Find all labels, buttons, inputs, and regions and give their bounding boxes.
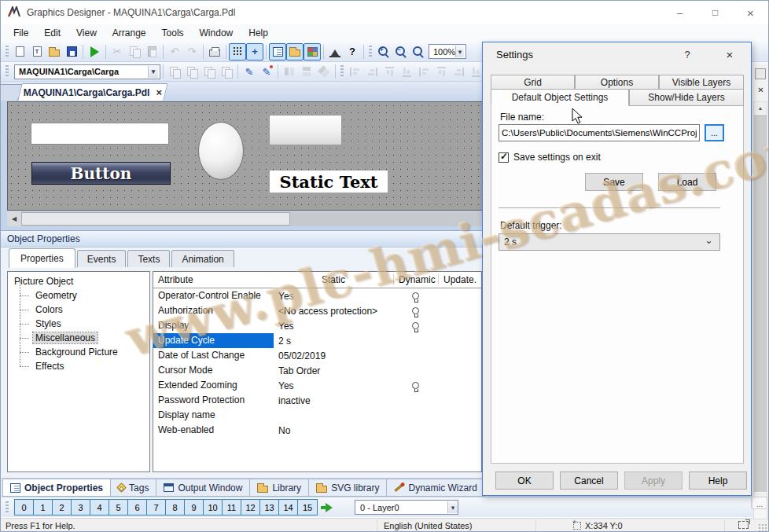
copy-properties-icon[interactable] (241, 63, 258, 80)
table-row[interactable]: Password Protection inactive (153, 393, 481, 408)
style-palette-icon[interactable] (286, 43, 304, 61)
scroll-up-icon[interactable] (754, 102, 767, 114)
new-from-template-icon[interactable] (28, 43, 46, 61)
dynamic-wizard-icon[interactable] (326, 43, 344, 61)
tab-properties[interactable]: Properties (9, 248, 75, 268)
cut-icon[interactable] (109, 43, 126, 61)
tab-grid[interactable]: Grid (491, 75, 575, 90)
layer-button[interactable]: 10 (204, 500, 223, 515)
flip-vertical-icon[interactable] (298, 63, 315, 80)
table-row[interactable]: Operator-Control Enable Yes (153, 288, 481, 303)
scrollbar-thumb[interactable] (754, 115, 767, 492)
tab-svg-library[interactable]: SVG library (309, 479, 387, 497)
bring-forward-icon[interactable] (201, 63, 218, 80)
run-icon[interactable] (86, 43, 103, 61)
dynamic-bulb-icon[interactable] (412, 382, 419, 389)
next-layer-icon[interactable] (326, 503, 333, 512)
help-button[interactable]: Help (689, 471, 747, 490)
tab-object-properties[interactable]: Object Properties (2, 479, 111, 497)
table-row[interactable]: Cursor Mode Tab Order (153, 363, 481, 378)
send-to-back-icon[interactable] (183, 63, 201, 80)
tree-item[interactable]: Miscellaneous (13, 331, 149, 345)
tab-default-object-settings[interactable]: Default Object Settings (491, 89, 629, 106)
layer-button[interactable]: 3 (72, 500, 90, 515)
layer-button[interactable]: 4 (90, 500, 109, 515)
layer-button[interactable]: 2 (53, 500, 72, 515)
dynamic-bulb-icon[interactable] (412, 322, 419, 329)
save-settings-checkbox[interactable]: ✓ (499, 152, 509, 163)
palette-close-icon[interactable] (755, 84, 767, 96)
toggle-snap-icon[interactable]: + (246, 43, 263, 61)
picture-combo[interactable]: MAQUINA1\Carga\Carga (14, 64, 160, 79)
close-button[interactable] (733, 1, 768, 24)
chevron-down-icon[interactable] (455, 46, 464, 57)
tab-visible-layers[interactable]: Visible Layers (659, 75, 744, 90)
send-backward-icon[interactable] (218, 63, 235, 80)
layer-button[interactable]: 8 (166, 500, 185, 515)
menu-item[interactable]: Window (192, 25, 241, 41)
center-vertical-icon[interactable] (432, 63, 450, 80)
canvas-button-object[interactable]: Button (31, 162, 171, 185)
tree-item[interactable]: Styles (13, 317, 149, 331)
layer-button[interactable]: 14 (279, 500, 298, 515)
layer-button[interactable]: 13 (260, 500, 279, 515)
tab-library[interactable]: Library (250, 479, 309, 497)
tab-events[interactable]: Events (77, 250, 127, 268)
layer-button[interactable]: 9 (185, 500, 204, 515)
layer-button[interactable]: 0 (15, 500, 34, 515)
table-row[interactable]: Web-enabled No (153, 423, 481, 438)
apply-properties-icon[interactable] (258, 63, 275, 80)
canvas-static-text-object[interactable]: Static Text (270, 171, 388, 193)
tab-show-hide-layers[interactable]: Show/Hide Layers (629, 89, 744, 106)
toolbar-grip[interactable] (6, 501, 9, 514)
open-icon[interactable] (46, 43, 63, 61)
save-icon[interactable] (63, 43, 80, 61)
tab-tags[interactable]: Tags (111, 479, 156, 497)
file-name-input[interactable] (499, 124, 700, 141)
menu-item[interactable]: Tools (154, 25, 192, 41)
rotate-icon[interactable] (315, 63, 333, 80)
layer-button[interactable]: 1 (34, 500, 53, 515)
tree-root-item[interactable]: Picture Object (13, 275, 149, 288)
center-horizontal-icon[interactable] (415, 63, 432, 80)
new-picture-icon[interactable] (11, 43, 28, 61)
scrollbar-thumb[interactable] (21, 212, 290, 226)
zoom-in-icon[interactable]: + (374, 43, 392, 61)
bring-to-front-icon[interactable] (166, 63, 183, 80)
palette-scrollbar[interactable] (753, 101, 767, 519)
copy-icon[interactable] (126, 43, 143, 61)
ok-button[interactable]: OK (495, 471, 554, 490)
align-bottom-icon[interactable] (398, 63, 415, 80)
chevron-down-icon[interactable] (148, 66, 158, 78)
menu-item[interactable]: Edit (36, 25, 68, 41)
table-row[interactable]: Display Yes (153, 318, 481, 333)
tab-texts[interactable]: Texts (127, 250, 170, 268)
layer-button[interactable]: 15 (298, 500, 317, 515)
toolbar-grip[interactable] (6, 65, 9, 78)
tree-item[interactable]: Geometry (13, 288, 149, 303)
dialog-help-button[interactable]: ? (675, 42, 699, 66)
layer-button[interactable]: 6 (128, 500, 147, 515)
toolbar-grip[interactable] (6, 46, 9, 58)
palette-overflow-button[interactable]: ... (752, 497, 767, 509)
tree-item[interactable]: Effects (13, 359, 149, 373)
document-tab[interactable]: MAQUINA1\Carga\Carga.Pdl (17, 83, 167, 101)
same-width-icon[interactable] (450, 63, 467, 80)
redo-icon[interactable] (183, 43, 201, 61)
object-palette-icon[interactable] (269, 43, 286, 61)
tab-animation[interactable]: Animation (171, 250, 234, 268)
canvas-rectangle-object[interactable] (269, 115, 342, 145)
dynamic-bulb-icon[interactable] (412, 307, 419, 314)
menu-item[interactable]: File (6, 25, 36, 41)
tree-item[interactable]: Background Picture (13, 345, 149, 359)
default-trigger-combo[interactable]: 2 s (499, 233, 720, 251)
layer-button[interactable]: 5 (109, 500, 128, 515)
tree-item[interactable]: Colors (13, 303, 149, 317)
maximize-button[interactable] (697, 1, 733, 24)
align-top-icon[interactable] (381, 63, 398, 80)
tab-options[interactable]: Options (575, 75, 659, 90)
apply-button[interactable]: Apply (624, 471, 683, 490)
canvas-circle-object[interactable] (198, 122, 244, 180)
tab-output-window[interactable]: Output Window (156, 479, 250, 497)
layer-button[interactable]: 12 (241, 500, 260, 515)
